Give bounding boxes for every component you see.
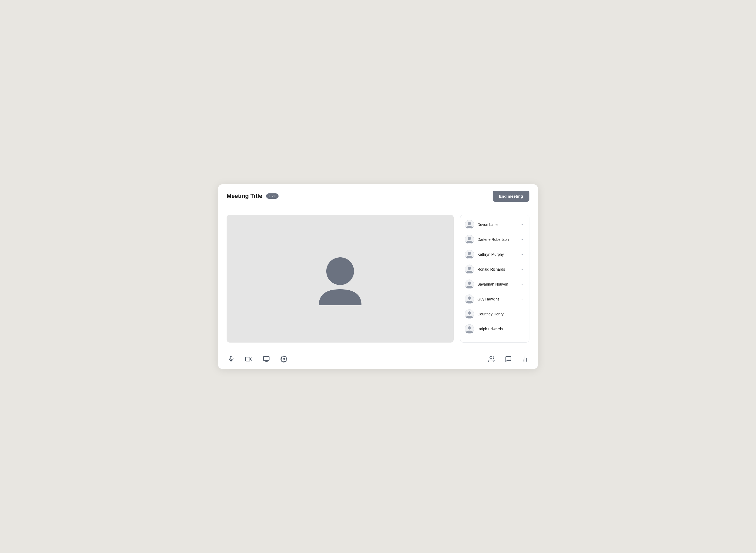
bottom-toolbar bbox=[218, 349, 538, 369]
participants-icon bbox=[488, 356, 495, 363]
svg-rect-21 bbox=[246, 357, 250, 361]
camera-button[interactable] bbox=[244, 354, 253, 364]
participant-name: Guy Hawkins bbox=[477, 297, 518, 301]
svg-point-26 bbox=[490, 357, 492, 359]
screen-share-button[interactable] bbox=[262, 354, 271, 364]
participant-name: Devon Lane bbox=[477, 222, 518, 227]
toolbar-left bbox=[226, 354, 288, 364]
participant-name: Ronald Richards bbox=[477, 267, 518, 271]
participant-avatar-icon bbox=[465, 250, 474, 259]
svg-point-14 bbox=[468, 311, 471, 315]
user-avatar-icon bbox=[316, 252, 364, 305]
participant-item: Ronald Richards··· bbox=[460, 262, 529, 277]
participant-menu-button[interactable]: ··· bbox=[521, 297, 525, 302]
participant-item: Guy Hawkins··· bbox=[460, 292, 529, 307]
svg-point-2 bbox=[468, 222, 471, 225]
svg-point-4 bbox=[468, 237, 471, 240]
participant-avatar-icon bbox=[465, 294, 474, 304]
participant-avatar-icon bbox=[465, 220, 474, 229]
svg-point-16 bbox=[468, 326, 471, 329]
participants-panel-button[interactable] bbox=[487, 354, 496, 364]
participant-avatar-icon bbox=[465, 280, 474, 289]
svg-point-8 bbox=[468, 267, 471, 270]
participant-item: Kathryn Murphy··· bbox=[460, 247, 529, 262]
participants-panel: Devon Lane··· Darlene Robertson··· Kathr… bbox=[460, 215, 530, 342]
participant-menu-button[interactable]: ··· bbox=[521, 222, 525, 227]
participant-item: Devon Lane··· bbox=[460, 217, 529, 232]
live-badge: LIVE bbox=[266, 193, 278, 199]
participant-menu-button[interactable]: ··· bbox=[521, 252, 525, 257]
svg-point-25 bbox=[283, 358, 285, 360]
svg-point-12 bbox=[468, 297, 471, 300]
video-area bbox=[226, 215, 454, 342]
svg-rect-22 bbox=[263, 357, 269, 361]
svg-point-0 bbox=[326, 257, 354, 285]
participant-name: Darlene Robertson bbox=[477, 237, 518, 242]
app-container: Meeting Title LIVE End meeting Devon bbox=[218, 184, 538, 369]
participant-item: Courtney Henry··· bbox=[460, 307, 529, 321]
end-meeting-button[interactable]: End meeting bbox=[493, 191, 530, 202]
participant-item: Ralph Edwards··· bbox=[460, 321, 529, 336]
participant-name: Kathryn Murphy bbox=[477, 252, 518, 256]
chat-button[interactable] bbox=[504, 354, 513, 364]
participant-name: Ralph Edwards bbox=[477, 327, 518, 331]
participant-avatar-icon bbox=[465, 324, 474, 334]
participant-avatar-icon bbox=[465, 235, 474, 244]
toolbar-right bbox=[487, 354, 530, 364]
screen-share-icon bbox=[263, 356, 270, 363]
participant-avatar-icon bbox=[465, 309, 474, 319]
header-left: Meeting Title LIVE bbox=[226, 192, 279, 200]
participant-menu-button[interactable]: ··· bbox=[521, 237, 525, 242]
microphone-button[interactable] bbox=[226, 354, 236, 364]
microphone-icon bbox=[228, 356, 234, 363]
svg-point-6 bbox=[468, 252, 471, 255]
participant-name: Courtney Henry bbox=[477, 312, 518, 316]
participant-menu-button[interactable]: ··· bbox=[521, 312, 525, 316]
meeting-title: Meeting Title bbox=[226, 192, 262, 200]
settings-button[interactable] bbox=[279, 354, 288, 364]
participant-avatar-icon bbox=[465, 264, 474, 274]
svg-rect-17 bbox=[230, 356, 232, 359]
participant-item: Savannah Nguyen··· bbox=[460, 277, 529, 292]
stats-button[interactable] bbox=[520, 354, 530, 364]
header: Meeting Title LIVE End meeting bbox=[218, 184, 538, 208]
participant-menu-button[interactable]: ··· bbox=[521, 327, 525, 331]
avatar-placeholder bbox=[316, 252, 364, 305]
camera-icon bbox=[245, 356, 252, 363]
stats-icon bbox=[522, 356, 528, 363]
svg-point-10 bbox=[468, 282, 471, 285]
participant-item: Darlene Robertson··· bbox=[460, 232, 529, 247]
svg-marker-20 bbox=[250, 358, 252, 361]
chat-icon bbox=[505, 356, 512, 363]
main-content: Devon Lane··· Darlene Robertson··· Kathr… bbox=[218, 208, 538, 349]
participant-menu-button[interactable]: ··· bbox=[521, 282, 525, 287]
participant-name: Savannah Nguyen bbox=[477, 282, 518, 286]
settings-icon bbox=[280, 356, 287, 363]
participant-menu-button[interactable]: ··· bbox=[521, 267, 525, 272]
